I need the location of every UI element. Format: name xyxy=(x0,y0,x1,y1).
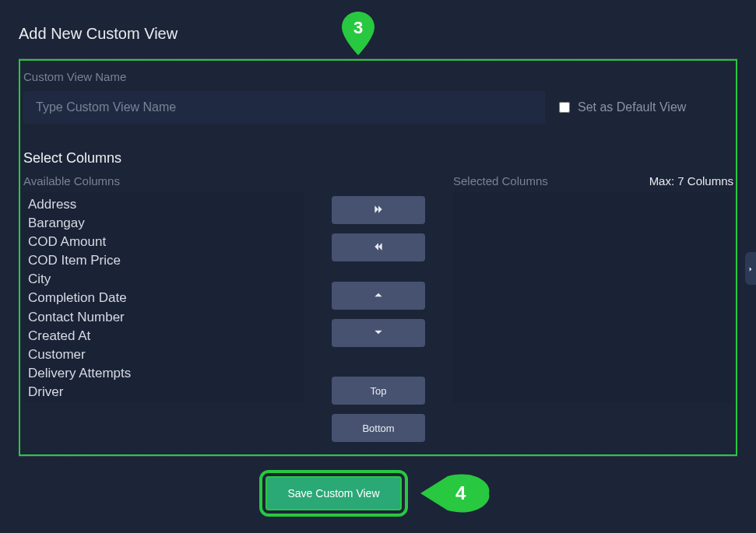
available-columns-label: Available Columns xyxy=(23,174,120,188)
available-columns-list[interactable]: AddressBarangayCOD AmountCOD Item PriceC… xyxy=(23,192,304,402)
default-view-checkbox[interactable] xyxy=(559,102,570,113)
chevron-down-icon xyxy=(373,327,384,340)
list-item[interactable]: Barangay xyxy=(25,214,302,233)
selected-columns-list[interactable] xyxy=(453,192,733,402)
available-columns-block: Available Columns AddressBarangayCOD Amo… xyxy=(23,174,304,402)
chevron-right-icon xyxy=(747,261,754,275)
annotation-marker-3: 3 xyxy=(339,12,377,55)
annotation-marker-4: 4 xyxy=(420,474,491,513)
selected-columns-label: Selected Columns xyxy=(453,174,548,188)
list-item[interactable]: Address xyxy=(25,195,302,214)
move-up-button[interactable] xyxy=(332,282,425,310)
move-buttons-column: Top Bottom xyxy=(304,174,453,442)
list-item[interactable]: Created At xyxy=(25,327,302,345)
double-chevron-left-icon xyxy=(373,241,384,254)
move-all-right-button[interactable] xyxy=(332,196,425,224)
default-view-label: Set as Default View xyxy=(578,100,686,114)
list-item[interactable]: Contact Number xyxy=(25,308,302,327)
side-expand-tab[interactable] xyxy=(745,252,756,285)
save-custom-view-button[interactable]: Save Custom View xyxy=(265,476,401,510)
default-view-row[interactable]: Set as Default View xyxy=(559,100,686,114)
move-bottom-button[interactable]: Bottom xyxy=(332,414,425,442)
list-item[interactable]: Customer xyxy=(25,345,302,364)
list-item[interactable]: City xyxy=(25,270,302,289)
list-item[interactable]: Completion Date xyxy=(25,289,302,307)
double-chevron-right-icon xyxy=(373,204,384,217)
page-title: Add New Custom View xyxy=(19,25,737,43)
custom-view-name-input[interactable] xyxy=(23,91,545,124)
move-all-left-button[interactable] xyxy=(332,233,425,261)
selected-columns-block: Selected Columns Max: 7 Columns xyxy=(453,174,733,402)
list-item[interactable]: COD Item Price xyxy=(25,251,302,270)
custom-view-panel: Custom View Name Set as Default View Sel… xyxy=(19,59,737,456)
move-down-button[interactable] xyxy=(332,319,425,347)
max-columns-label: Max: 7 Columns xyxy=(649,174,733,188)
divider-bottom xyxy=(19,456,737,457)
chevron-up-icon xyxy=(373,289,384,303)
custom-name-label: Custom View Name xyxy=(23,70,733,83)
list-item[interactable]: Driver xyxy=(25,383,302,402)
select-columns-title: Select Columns xyxy=(23,150,733,167)
list-item[interactable]: Delivery Attempts xyxy=(25,364,302,383)
list-item[interactable]: Group Route xyxy=(25,402,302,402)
list-item[interactable]: COD Amount xyxy=(25,233,302,251)
move-top-button[interactable]: Top xyxy=(332,377,425,405)
